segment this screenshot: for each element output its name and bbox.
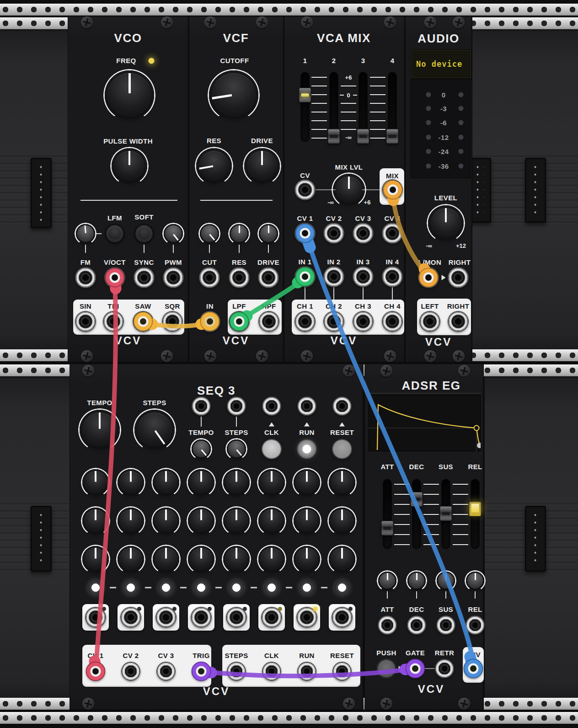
pulse-width-knob[interactable] [114,151,144,181]
step-knob-r1c4[interactable] [190,471,213,494]
cv2-jack[interactable] [323,223,344,244]
cv1-out-jack[interactable] [86,662,105,681]
left-jack[interactable] [419,311,440,332]
res-atten-knob[interactable] [231,225,247,242]
in2-jack[interactable] [323,266,344,287]
cv2-out-jack[interactable] [121,662,140,681]
step-knob-r1c2[interactable] [119,471,142,494]
step-knob-r1c5[interactable] [225,471,248,494]
res-jack[interactable] [229,267,250,288]
att-cv-jack[interactable] [378,616,397,635]
step-knob-r2c8[interactable] [331,509,353,532]
saw-jack[interactable] [133,311,154,332]
gate-out-8[interactable] [329,604,355,631]
gate-out-7[interactable] [294,604,320,631]
rel-cv-jack[interactable] [466,616,485,635]
run-out-jack[interactable] [297,662,316,681]
drive-knob[interactable] [247,151,277,181]
sqr-jack[interactable] [162,311,183,332]
reset-in-jack[interactable] [332,396,352,416]
audio-module[interactable]: AUDIO No device 0 -3 -6 -12 -24 -36 LEVE… [405,16,472,363]
step-knob-r1c3[interactable] [155,471,177,494]
gate-out-6[interactable] [258,604,285,631]
pwm-atten-knob[interactable] [165,225,182,242]
sus-slider-handle[interactable] [440,507,452,521]
cutoff-knob[interactable] [212,73,256,117]
gate-jack[interactable] [406,659,425,678]
ch3-jack[interactable] [353,311,374,332]
cut-jack[interactable] [199,267,220,288]
soft-button[interactable] [135,225,153,242]
tempo-cv-jack[interactable] [192,396,211,416]
drive-atten-knob[interactable] [260,225,277,242]
step-knob-r3c1[interactable] [84,548,107,571]
att-cv-knob[interactable] [380,573,395,589]
tempo-atten-knob[interactable] [193,441,209,457]
sin-jack[interactable] [75,311,96,332]
in-jack[interactable] [199,311,220,332]
reset-button[interactable] [333,440,351,458]
freq-knob[interactable] [107,73,151,117]
right-jack[interactable] [448,311,469,332]
fader-handle-1[interactable] [300,88,311,102]
step-knob-r3c6[interactable] [260,548,283,571]
tempo-knob[interactable] [82,412,117,447]
env-out-jack[interactable] [464,659,483,678]
drive-jack[interactable] [258,267,279,288]
step-knob-r2c1[interactable] [84,509,107,532]
clk-out-jack[interactable] [262,662,281,681]
ch4-jack[interactable] [382,311,403,332]
step-knob-r2c5[interactable] [225,509,248,532]
vco-module[interactable]: VCO FREQ PULSE WIDTH LFM SOFT FM V/OCT S… [68,16,189,363]
cv3-jack[interactable] [353,223,374,244]
ch1-jack[interactable] [294,311,316,332]
gate-out-4[interactable] [188,604,214,631]
att-slider-handle[interactable] [382,521,393,535]
tri-jack[interactable] [103,311,124,332]
run-button[interactable] [298,440,316,458]
reset-out-jack[interactable] [332,662,352,681]
step-knob-r2c4[interactable] [190,509,213,532]
mix-out-jack[interactable] [382,179,403,200]
pwm-jack[interactable] [163,267,184,288]
trig-out-jack[interactable] [192,662,211,681]
step-knob-r1c6[interactable] [260,471,283,494]
gate-out-5[interactable] [223,604,250,631]
step-knob-r3c2[interactable] [119,548,142,571]
step-knob-r2c6[interactable] [260,509,283,532]
fm-atten-knob[interactable] [77,225,94,242]
step-knob-r3c8[interactable] [331,548,353,571]
steps-out-jack[interactable] [227,662,246,681]
mix-lvl-knob[interactable] [336,177,362,203]
step-knob-r1c8[interactable] [331,471,353,494]
fader-handle-2[interactable] [328,129,340,144]
steps-knob[interactable] [137,412,172,447]
in1-jack[interactable] [294,266,316,287]
steps-atten-knob[interactable] [228,441,245,457]
seq3-module[interactable]: SEQ 3 TEMPO STEPS TEMPO STEPS CLK RUN RE… [70,364,364,710]
dec-slider-handle[interactable] [411,492,423,507]
step-knob-r3c3[interactable] [155,548,177,571]
audio-device-display[interactable]: No device [411,49,471,79]
fader-handle-4[interactable] [387,129,398,144]
run-in-jack[interactable] [297,396,316,416]
hpf-jack[interactable] [258,311,279,332]
dec-cv-jack[interactable] [407,616,426,635]
vcf-module[interactable]: VCF CUTOFF RES DRIVE CUT RES DRIVE IN LP… [189,16,284,363]
res-knob[interactable] [199,151,229,181]
sus-cv-knob[interactable] [438,573,454,589]
cv3-out-jack[interactable] [156,662,176,681]
lfm-button[interactable] [106,225,123,242]
in4-jack[interactable] [382,266,403,287]
cv1-jack[interactable] [294,223,316,244]
clk-button[interactable] [262,440,281,458]
ch2-jack[interactable] [323,311,344,332]
clk-in-jack[interactable] [262,396,281,416]
step-knob-r3c5[interactable] [225,548,248,571]
adsr-module[interactable]: ADSR EG ATT DEC SUS REL [364,364,484,710]
sync-jack[interactable] [134,267,155,288]
step-knob-r2c2[interactable] [119,509,142,532]
step-knob-r3c4[interactable] [190,548,213,571]
step-knob-r3c7[interactable] [295,548,318,571]
cut-atten-knob[interactable] [201,225,218,242]
